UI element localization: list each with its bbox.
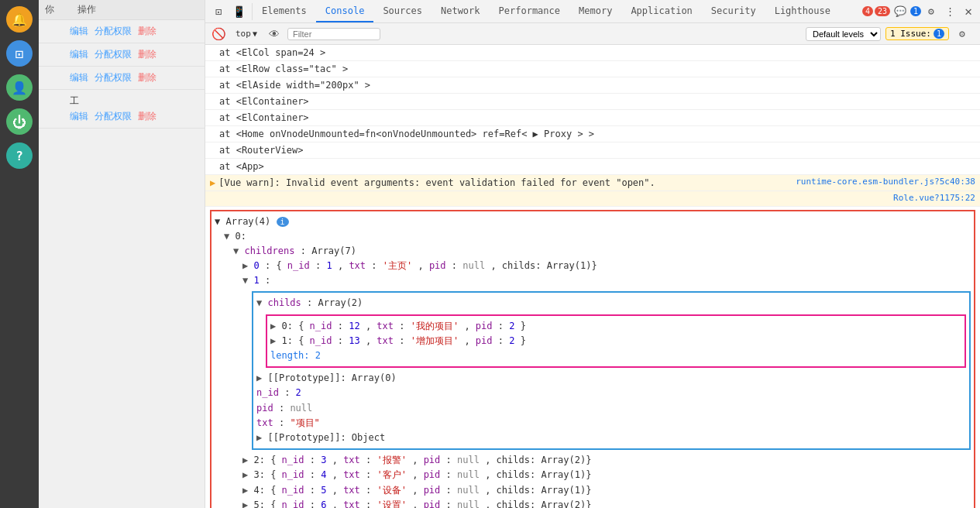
stack-line-4: at <ElContainer> (205, 110, 980, 126)
child1-toggle[interactable]: ▼ (242, 275, 248, 286)
childs-proto-toggle[interactable]: ▶ (256, 372, 262, 383)
stack-line-5: at <Home onVnodeUnmounted=fn<onVnodeUnmo… (205, 126, 980, 142)
sidebar-row-3: 工 编辑 分配权限 删除 (39, 90, 205, 129)
vue-warn-line: ▶ [Vue warn]: Invalid event arguments: e… (205, 175, 980, 191)
array4-line: ▼ Array(4) i ▼ 0: ▼ childrens (205, 207, 980, 509)
settings-icon[interactable]: ⚙ (923, 3, 940, 20)
assign-btn-3[interactable]: 分配权限 (95, 110, 132, 123)
tab-network[interactable]: Network (432, 0, 490, 22)
child4-toggle[interactable]: ▶ (242, 485, 248, 496)
stack-line-3: at <ElContainer> (205, 94, 980, 110)
eye-icon[interactable]: 👁 (266, 26, 283, 43)
log-levels-select[interactable]: Default levels (806, 27, 881, 41)
tab-application[interactable]: Application (621, 0, 701, 22)
array4-header: ▼ Array(4) i (215, 215, 971, 229)
sidebar-row-0-actions: 编辑 分配权限 删除 (70, 25, 198, 38)
screen-icon[interactable]: ⊡ (6, 40, 33, 67)
user-icon[interactable]: 👤 (6, 74, 33, 101)
edit-btn-0[interactable]: 编辑 (70, 25, 88, 38)
issues-label: 1 Issue: (890, 29, 931, 39)
childs-length: length: 2 (270, 348, 961, 363)
child2-line: ▶ 2: { n_id : 3 , txt : '报警' , pid (242, 453, 971, 468)
warning-badge: 23 (875, 6, 890, 16)
sidebar-row-0: 编辑 分配权限 删除 (39, 20, 205, 43)
devtools-topbar: ⊡ 📱 Elements Console Sources Network Per… (205, 0, 980, 23)
delete-btn-0[interactable]: 删除 (138, 25, 156, 38)
assign-btn-2[interactable]: 分配权限 (95, 71, 132, 84)
top-frame-select[interactable]: top ▼ (232, 27, 261, 40)
childs-sub0: ▶ 0: { n_id : 12 , txt : (270, 319, 961, 334)
child1-n-id: n_id : 2 (256, 386, 966, 400)
chat-icon[interactable]: 💬 (892, 3, 909, 20)
childrens-label: ▼ childrens : Array(7) (233, 244, 971, 259)
sidebar-row-1-actions: 编辑 分配权限 删除 (70, 48, 198, 61)
vue-warn-source2-line: Role.vue?1175:22 (205, 191, 980, 207)
child1-obj-proto-toggle[interactable]: ▶ (256, 432, 262, 443)
sidebar-col1-header: 你 (45, 3, 54, 16)
devtools-device-icon[interactable]: 📱 (230, 3, 247, 20)
warn-text: [Vue warn]: Invalid event arguments: eve… (218, 176, 789, 190)
childs-sub0-toggle[interactable]: ▶ (270, 321, 276, 331)
array4-item0: ▼ 0: ▼ childrens : Array(7) (224, 229, 971, 508)
childrens-toggle[interactable]: ▼ (233, 245, 239, 256)
edit-btn-3[interactable]: 编辑 (70, 110, 88, 123)
child1-label: ▼ 1 : (242, 273, 971, 288)
edit-btn-1[interactable]: 编辑 (70, 48, 88, 61)
child0-toggle[interactable]: ▶ (242, 260, 248, 271)
bell-icon[interactable]: 🔔 (6, 6, 33, 33)
array4-red-box: ▼ Array(4) i ▼ 0: ▼ childrens (210, 210, 975, 509)
warning-icon: ▶ (210, 176, 215, 190)
tab-security[interactable]: Security (702, 0, 765, 22)
tab-sources[interactable]: Sources (373, 0, 432, 22)
childs-sub1-toggle[interactable]: ▶ (270, 335, 276, 346)
assign-btn-0[interactable]: 分配权限 (95, 25, 132, 38)
console-output[interactable]: at <ElCol span=24 > at <ElRow class="tac… (205, 45, 980, 508)
more-options-icon[interactable]: ⋮ (941, 3, 958, 20)
close-devtools-icon[interactable]: ✕ (960, 3, 977, 20)
child3-toggle[interactable]: ▶ (242, 469, 248, 480)
sidebar-row-2: 编辑 分配权限 删除 (39, 67, 205, 90)
devtools-tabs: Elements Console Sources Network Perform… (253, 0, 840, 22)
warn-source-2[interactable]: Role.vue?1175:22 (893, 192, 975, 205)
child3-line: ▶ 3: { n_id : 4 , txt : '客户' , pid (242, 468, 971, 482)
devtools-panel: ⊡ 📱 Elements Console Sources Network Per… (205, 0, 980, 508)
stack-line-2: at <ElAside width="200px" > (205, 77, 980, 94)
array4-info-icon[interactable]: i (277, 217, 289, 227)
top-dropdown-icon: ▼ (253, 29, 257, 38)
item0-toggle[interactable]: ▼ (224, 231, 229, 242)
child5-toggle[interactable]: ▶ (242, 499, 248, 508)
childs-proto: ▶ [[Prototype]]: Array(0) (256, 371, 966, 386)
child1-section: ▼ 1 : ▼ childs : Array(2) (242, 273, 971, 450)
delete-btn-1[interactable]: 删除 (138, 48, 156, 61)
childs-sub1: ▶ 1: { n_id : 13 , txt : (270, 334, 961, 348)
warn-source-1[interactable]: runtime-core.esm-bundler.js?5c40:38 (796, 176, 975, 189)
tab-lighthouse[interactable]: Lighthouse (765, 0, 840, 22)
question-icon[interactable]: ? (6, 142, 33, 169)
console-filter-input[interactable] (287, 28, 380, 40)
child2-toggle[interactable]: ▶ (242, 455, 248, 465)
tab-console[interactable]: Console (316, 0, 374, 22)
top-label: top (236, 29, 251, 39)
tab-elements[interactable]: Elements (253, 0, 316, 22)
tab-performance[interactable]: Performance (490, 0, 569, 22)
delete-btn-2[interactable]: 删除 (138, 71, 156, 84)
devtools-inspect-icon[interactable]: ⊡ (210, 3, 227, 20)
array4-expand-icon[interactable]: ▼ (215, 216, 220, 227)
childrens-items: ▶ 0 : { n_id : 1 , txt : '主页' , (242, 259, 971, 508)
tab-memory[interactable]: Memory (569, 0, 621, 22)
error-count-badge: 4 (862, 6, 873, 16)
assign-btn-1[interactable]: 分配权限 (95, 48, 132, 61)
childs-toggle[interactable]: ▼ (256, 297, 262, 308)
issues-count: 1 (934, 29, 944, 39)
clear-console-icon[interactable]: 🚫 (210, 26, 227, 43)
settings-console-icon[interactable]: ⚙ (954, 26, 971, 43)
delete-btn-3[interactable]: 删除 (138, 110, 156, 123)
power-icon[interactable]: ⏻ (6, 108, 33, 135)
sidebar-icon-column: 🔔 ⊡ 👤 ⏻ ? (0, 0, 39, 508)
edit-btn-2[interactable]: 编辑 (70, 71, 88, 84)
childs-label: ▼ childs : Array(2) (256, 296, 966, 311)
stack-line-6: at <RouterView> (205, 142, 980, 159)
item0-content: ▼ childrens : Array(7) ▶ 0 : { n_id (233, 244, 971, 508)
child0-line: ▶ 0 : { n_id : 1 , txt : '主页' , (242, 259, 971, 273)
issues-badge[interactable]: 1 Issue: 1 (885, 27, 949, 40)
